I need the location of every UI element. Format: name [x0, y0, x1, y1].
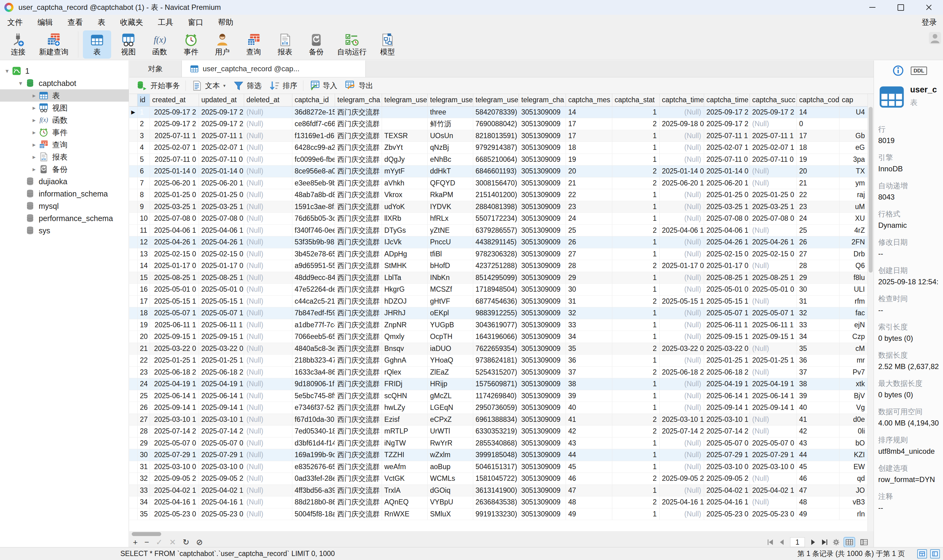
row-indicator[interactable] [129, 177, 137, 189]
grid-cell[interactable]: iaDUO [428, 343, 473, 355]
grid-cell[interactable]: 3613141900) [473, 485, 518, 497]
avatar[interactable] [929, 32, 941, 44]
grid-cell[interactable]: 33 [797, 319, 839, 331]
grid-cell[interactable]: HkgrG [382, 284, 428, 295]
grid-cell[interactable]: 2025-05-01 0 [704, 284, 749, 295]
grid-cell[interactable]: 21 [797, 177, 839, 189]
grid-cell[interactable]: 3051309009 [518, 118, 566, 130]
grid-cell[interactable]: three [428, 106, 473, 118]
grid-cell[interactable]: 48ab7a8b-d8 [292, 189, 335, 201]
grid-cell[interactable]: 西门庆交流群 [335, 402, 382, 414]
grid-cell[interactable]: Qmxly [382, 331, 428, 343]
grid-cell[interactable]: 2025-05-07 1 [149, 307, 198, 319]
grid-cell[interactable]: 西门庆交流群 [335, 378, 382, 390]
grid-cell[interactable]: 9d180906-1f [292, 378, 335, 390]
row-indicator[interactable] [129, 366, 137, 378]
grid-cell[interactable]: 4 [137, 142, 149, 154]
grid-cell[interactable]: 西门庆交流群 [335, 260, 382, 272]
grid-cell[interactable]: 3051309009 [518, 142, 566, 154]
row-indicator[interactable] [129, 118, 137, 130]
grid-cell[interactable]: 2025-06-20 1 [149, 177, 198, 189]
grid-cell[interactable]: 2025-01-14 0 [704, 166, 749, 177]
grid-cell[interactable] [839, 118, 868, 130]
grid-cell[interactable]: 19 [797, 154, 839, 166]
grid-cell[interactable]: bHofD [428, 260, 473, 272]
grid-cell[interactable]: 西门庆交流群 [335, 166, 382, 177]
grid-view-button[interactable] [844, 538, 855, 547]
grid-cell[interactable]: GghnA [382, 355, 428, 366]
grid-cell[interactable]: 7b847edf-f59 [292, 307, 335, 319]
grid-cell[interactable]: 2025-04-16 1 [659, 497, 704, 508]
grid-cell[interactable]: (Null) [659, 355, 704, 366]
grid-cell[interactable]: 6685210064) [473, 154, 518, 166]
grid-cell[interactable]: 2025-06-14 1 [149, 390, 198, 402]
grid-cell[interactable]: 2025-04-02 1 [749, 485, 797, 497]
grid-cell[interactable]: 2025-04-02 1 [149, 485, 198, 497]
grid-cell[interactable]: 39 [566, 390, 612, 402]
grid-cell[interactable]: 2025-04-02 1 [198, 485, 244, 497]
grid-cell[interactable]: PnccU [428, 236, 473, 248]
grid-cell[interactable]: 2151401200) [473, 189, 518, 201]
chevron-right-icon[interactable]: ▸ [29, 92, 39, 99]
row-indicator[interactable] [129, 355, 137, 366]
grid-cell[interactable]: 2025-07-11 0 [704, 154, 749, 166]
row-indicator[interactable] [129, 414, 137, 426]
grid-cell[interactable]: mr [839, 355, 868, 366]
grid-cell[interactable]: FRIDj [382, 378, 428, 390]
grid-cell[interactable]: (Null) [659, 106, 704, 118]
grid-cell[interactable]: 29 [566, 272, 612, 284]
grid-cell[interactable]: (Null) [749, 414, 797, 426]
grid-cell[interactable]: 2025-07-08 0 [149, 213, 198, 225]
grid-cell[interactable]: 3 [137, 130, 149, 142]
grid-cell[interactable]: 2025-06-18 2 [198, 366, 244, 378]
grid-cell[interactable]: 9782306328) [473, 248, 518, 260]
grid-cell[interactable]: 37 [566, 366, 612, 378]
grid-cell[interactable]: 21 [137, 343, 149, 355]
grid-cell[interactable]: (Null) [244, 177, 292, 189]
grid-cell[interactable]: 2025-09-17 2 [198, 106, 244, 118]
grid-cell[interactable]: RkaPM [428, 189, 473, 201]
export-button[interactable]: 导出 [341, 80, 377, 92]
grid-cell[interactable]: scQHN [382, 390, 428, 402]
grid-cell[interactable]: 49 [566, 508, 612, 520]
grid-cell[interactable]: mYytF [382, 166, 428, 177]
grid-cell[interactable]: (Null) [659, 284, 704, 295]
grid-cell[interactable]: 2 [612, 414, 659, 426]
grid-cell[interactable]: 2025-06-20 1 [198, 177, 244, 189]
grid-cell[interactable]: 2025-02-07 1 [704, 142, 749, 154]
grid-cell[interactable]: 2025-07-14 2 [198, 426, 244, 437]
grid-cell[interactable]: 41 [566, 414, 612, 426]
grid-cell[interactable]: (Null) [244, 248, 292, 260]
row-indicator[interactable] [129, 201, 137, 213]
grid-cell[interactable]: 1 [612, 461, 659, 473]
grid-cell[interactable]: (Null) [244, 130, 292, 142]
row-indicator[interactable] [129, 260, 137, 272]
grid-cell[interactable]: (Null) [659, 402, 704, 414]
grid-cell[interactable]: 1 [612, 201, 659, 213]
grid-cell[interactable]: (Null) [659, 508, 704, 520]
grid-cell[interactable]: 2025-03-22 0 [198, 343, 244, 355]
grid-cell[interactable]: 47e52264-de [292, 284, 335, 295]
grid-cell[interactable]: 2 [612, 497, 659, 508]
grid-cell[interactable]: 2025-01-14 0 [659, 166, 704, 177]
grid-cell[interactable]: 169a199b-9c [292, 449, 335, 461]
grid-cell[interactable]: (Null) [749, 177, 797, 189]
row-indicator[interactable] [129, 497, 137, 508]
column-header-11-captcha_mes[interactable]: captcha_mes [566, 94, 612, 106]
grid-cell[interactable]: 西门庆交流群 [335, 449, 382, 461]
grid-cell[interactable]: 2025-05-07 1 [198, 307, 244, 319]
toolbar-new-query-button[interactable]: 新建查询 [35, 31, 72, 58]
sidebar-item-6[interactable]: ▸事件 [0, 126, 129, 138]
grid-cell[interactable]: 2025-05-15 1 [704, 295, 749, 307]
last-record-button[interactable] [821, 538, 828, 546]
grid-cell[interactable]: 2025-08-25 1 [149, 272, 198, 284]
grid-cell[interactable]: 西门庆交流群 [335, 201, 382, 213]
grid-cell[interactable]: 2025-04-19 1 [749, 378, 797, 390]
grid-cell[interactable]: (Null) [659, 485, 704, 497]
grid-cell[interactable]: Q6 [839, 260, 868, 272]
next-page-button[interactable] [809, 538, 817, 546]
grid-cell[interactable]: (Null) [244, 426, 292, 437]
row-indicator[interactable] [129, 272, 137, 284]
grid-cell[interactable]: 46 [797, 473, 839, 485]
grid-cell[interactable]: 22 [137, 355, 149, 366]
